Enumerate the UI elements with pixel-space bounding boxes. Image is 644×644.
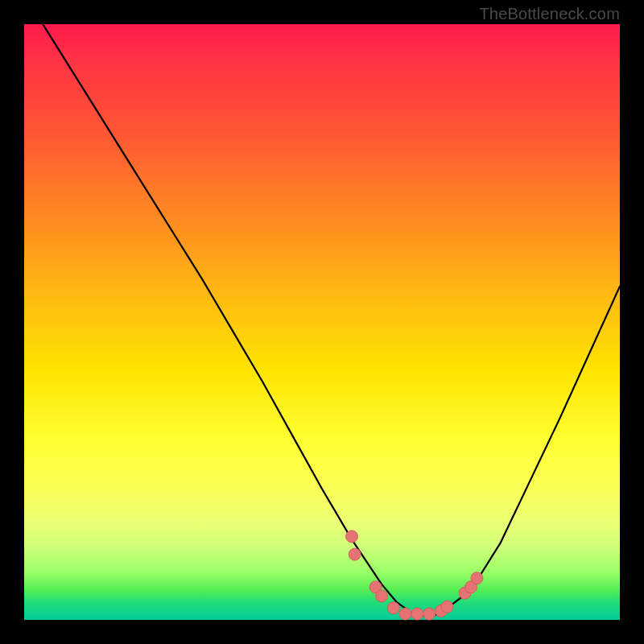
- data-marker: [423, 608, 436, 620]
- chart-svg: [0, 0, 644, 644]
- data-marker: [376, 590, 388, 602]
- data-marker: [349, 548, 361, 560]
- bottleneck-curve: [24, 0, 620, 617]
- data-marker: [471, 572, 483, 584]
- data-marker: [441, 601, 453, 613]
- data-marker: [399, 608, 411, 620]
- data-marker: [387, 602, 399, 614]
- watermark-text: TheBottleneck.com: [479, 5, 620, 23]
- data-marker: [346, 530, 358, 543]
- data-marker: [411, 608, 423, 620]
